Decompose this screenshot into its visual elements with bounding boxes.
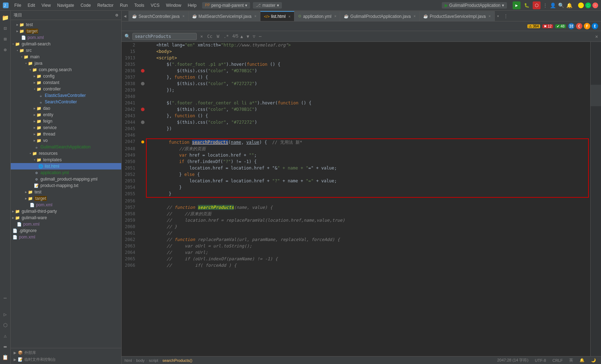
tree-item-constant[interactable]: ▶📁constant: [11, 79, 121, 86]
menu-run[interactable]: Run: [117, 2, 131, 9]
tree-item-dao[interactable]: ▶📁dao: [11, 105, 121, 112]
more-tools-button[interactable]: ⋯: [1, 294, 9, 302]
tree-item-list-html[interactable]: 🌐list.html: [11, 163, 121, 169]
menu-refactor[interactable]: Refactor: [94, 2, 116, 9]
project-view-button[interactable]: 📁: [1, 14, 9, 21]
tree-item-searchcontroller[interactable]: ☕SearchController: [11, 99, 121, 105]
tree-item-com-peng-search[interactable]: ▾📁com.peng.search: [11, 67, 121, 73]
tab-list-html[interactable]: </> list.html ×: [260, 11, 294, 21]
tree-item-feign[interactable]: ▶📁feign: [11, 118, 121, 124]
next-result-btn[interactable]: ▼: [245, 34, 250, 39]
scratch-files-item[interactable]: ▶ 📝 临时文件和控制台: [12, 356, 120, 363]
tab-close-yml[interactable]: ×: [334, 14, 337, 18]
tab-more[interactable]: ▾: [495, 11, 502, 21]
prev-result-btn[interactable]: ▲: [239, 34, 244, 39]
tree-item-config[interactable]: ▶📁config: [11, 73, 121, 79]
case-sensitive-btn[interactable]: Cc: [206, 34, 214, 39]
event-log-button[interactable]: 📋: [1, 353, 9, 361]
menu-code[interactable]: Code: [78, 2, 94, 9]
tree-item-pom-xml[interactable]: 📄pom.xml: [11, 202, 121, 208]
tree-item-templates[interactable]: ▾📁templates: [11, 157, 121, 163]
whole-word-btn[interactable]: W: [215, 34, 221, 39]
tree-item-pom-xml[interactable]: 📄pom.xml: [11, 234, 121, 240]
tab-close-mall[interactable]: ×: [254, 14, 256, 18]
tree-item--gitignore[interactable]: 📄.gitignore: [11, 227, 121, 234]
tree-item-test[interactable]: ▶📁test: [11, 21, 121, 28]
close-button[interactable]: ×: [592, 3, 598, 8]
line-ending-indicator[interactable]: CRLF: [550, 358, 565, 363]
tree-item-gulimallsearchapplication[interactable]: ☕GulimallSearchApplication: [11, 144, 121, 150]
tab-close-save[interactable]: ×: [489, 14, 491, 18]
run-config[interactable]: ▶ GulimallProductApplication ▾: [442, 2, 507, 9]
debug-button[interactable]: 🐛: [523, 1, 531, 9]
tab-close-search[interactable]: ×: [182, 14, 185, 18]
tab-product-save[interactable]: ☕ ProductSaveServiceImpl.java ×: [420, 11, 495, 21]
minimize-button[interactable]: −: [578, 3, 584, 8]
menu-help[interactable]: Help: [185, 2, 200, 9]
branch-selector[interactable]: ⎇ master ▾: [253, 2, 282, 9]
search-dismiss-btn[interactable]: ×: [595, 34, 598, 39]
notifications-status[interactable]: 🔔: [577, 358, 587, 363]
debug-panel-button[interactable]: ⬡: [1, 321, 9, 329]
run-button[interactable]: ▶: [513, 1, 521, 9]
search-close-btn[interactable]: ×: [199, 34, 204, 39]
tree-item-controller[interactable]: ▾📁controller: [11, 86, 121, 92]
maximize-button[interactable]: □: [585, 3, 591, 8]
profile-button[interactable]: ⬡: [533, 1, 541, 9]
project-selector[interactable]: PP peng-mall-parent ▾: [202, 2, 250, 9]
regex-btn[interactable]: .*: [222, 34, 230, 39]
search-options-btn[interactable]: ⋯: [258, 34, 263, 39]
encoding-indicator[interactable]: UTF-8: [533, 358, 548, 363]
tree-item-gulimall-ware[interactable]: ▶📁gulimall-ware: [11, 215, 121, 221]
tree-item-pom-xml[interactable]: 📄pom.xml: [11, 34, 121, 41]
tree-item-thread[interactable]: ▶📁thread: [11, 131, 121, 137]
tree-item-test[interactable]: ▶📁test: [11, 189, 121, 195]
tree-item-main[interactable]: ▾📁main: [11, 54, 121, 60]
user-button[interactable]: 👤: [550, 3, 556, 8]
tree-item-src[interactable]: ▾📁src: [11, 47, 121, 54]
tree-item-target[interactable]: ▶📁target: [11, 28, 121, 34]
external-libs-item[interactable]: ▶ 📦 外部库: [12, 350, 120, 356]
line-col-indicator[interactable]: 2047:28 (14 字符): [495, 358, 531, 363]
tree-item-service[interactable]: ▶📁service: [11, 124, 121, 131]
problems-button[interactable]: ⚠: [1, 332, 9, 340]
search-everywhere[interactable]: 🔍: [558, 3, 564, 8]
code-editor-scroll[interactable]: 2 <html lang="en" xmlns:th="http://www.t…: [122, 42, 590, 356]
menu-navigate[interactable]: Navigate: [54, 2, 77, 9]
more-button[interactable]: ⋮: [543, 3, 548, 8]
tab-search-controller[interactable]: ☕ SearchController.java ×: [128, 11, 189, 21]
terminal-button[interactable]: ▬: [1, 343, 9, 350]
tree-item-pom-xml[interactable]: 📄pom.xml: [11, 221, 121, 227]
tree-item-resources[interactable]: ▾📁resources: [11, 150, 121, 157]
structure-button[interactable]: ⊞: [1, 35, 9, 43]
tree-item-application-yml[interactable]: ⚙application.yml: [11, 169, 121, 176]
tree-item-gulimall-product-mapping-yml[interactable]: ⚙gulimall_product-mapping.yml: [11, 176, 121, 182]
commit-button[interactable]: ⊡: [1, 24, 9, 32]
filter-btn[interactable]: ▽: [251, 34, 257, 39]
tree-item-gulimall-third-party[interactable]: ▶📁gulimall-third-party: [11, 208, 121, 215]
tab-close-product[interactable]: ×: [414, 14, 416, 18]
tree-item-target[interactable]: ▶📁target: [11, 195, 121, 202]
tab-gulimall-product[interactable]: ☕ GulimallProductApplication.java ×: [340, 11, 420, 21]
tab-application-yml[interactable]: ⚙ application.yml ×: [294, 11, 340, 21]
tree-item-gulimall-search[interactable]: ▾📁gulimall-search: [11, 41, 121, 47]
tree-item-elasticsavecontroller[interactable]: ☕ElasticSaveController: [11, 92, 121, 99]
search-input[interactable]: [132, 33, 197, 40]
tab-settings-btn[interactable]: ⋮: [502, 11, 510, 21]
tab-scroll-left[interactable]: ◀: [122, 11, 128, 21]
menu-window[interactable]: Window: [163, 2, 184, 9]
menu-file[interactable]: File: [11, 2, 24, 9]
menu-vcs[interactable]: VCS: [148, 2, 162, 9]
tree-item-vo[interactable]: ▶📁vo: [11, 137, 121, 144]
run-panel-button[interactable]: ▷: [1, 310, 9, 318]
tab-mallsearch[interactable]: ☕ MallSearchServiceImpl.java ×: [189, 11, 260, 21]
menu-edit[interactable]: Edit: [25, 2, 38, 9]
notifications[interactable]: 🔔: [566, 3, 572, 8]
tree-item-entity[interactable]: ▶📁entity: [11, 112, 121, 118]
tree-item-product-mapping-txt[interactable]: 📝product-mapping.txt: [11, 182, 121, 189]
menu-tools[interactable]: Tools: [131, 2, 147, 9]
tab-close-list[interactable]: ×: [288, 15, 290, 19]
menu-view[interactable]: View: [39, 2, 54, 9]
plugins-button[interactable]: ⊕: [1, 46, 9, 54]
tree-item-java[interactable]: ▾📁java: [11, 60, 121, 67]
